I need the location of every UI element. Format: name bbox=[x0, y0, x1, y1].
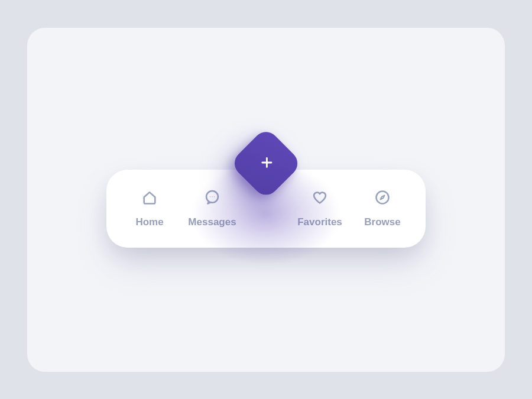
nav-item-favorites[interactable]: Favorites bbox=[293, 189, 346, 228]
nav-item-label: Browse bbox=[364, 216, 400, 228]
nav-item-label: Favorites bbox=[297, 216, 342, 228]
compass-icon bbox=[374, 189, 391, 206]
messages-icon bbox=[204, 189, 220, 206]
nav-item-label: Messages bbox=[188, 216, 236, 228]
home-icon bbox=[141, 189, 158, 206]
svg-point-1 bbox=[210, 196, 210, 197]
svg-point-2 bbox=[212, 196, 212, 197]
nav-item-home[interactable]: Home bbox=[123, 189, 176, 228]
nav-item-label: Home bbox=[135, 216, 163, 228]
heart-icon bbox=[312, 189, 328, 206]
bottom-nav: Home Messages bbox=[106, 170, 426, 248]
nav-item-browse[interactable]: Browse bbox=[356, 189, 409, 228]
nav-item-messages[interactable]: Messages bbox=[186, 189, 239, 228]
app-card: Home Messages bbox=[27, 28, 505, 372]
plus-icon bbox=[254, 151, 278, 175]
svg-point-4 bbox=[377, 191, 389, 203]
svg-point-3 bbox=[214, 196, 215, 197]
